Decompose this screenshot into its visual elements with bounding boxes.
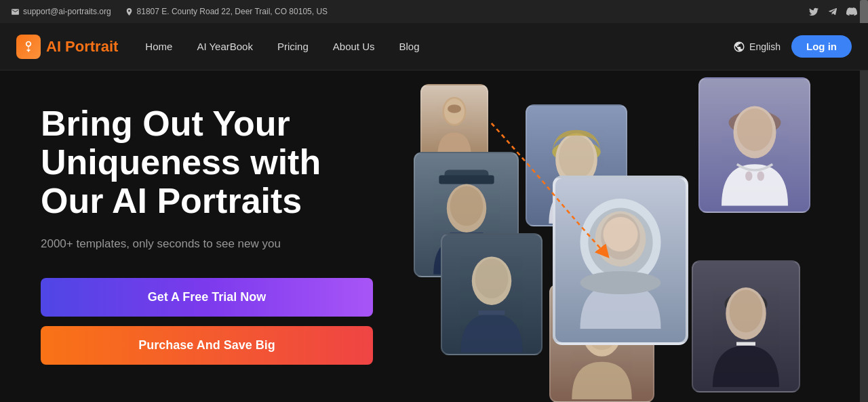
nav-home[interactable]: Home bbox=[145, 41, 172, 52]
navbar: AI Portrait Home AI YearBook Pricing Abo… bbox=[0, 23, 868, 71]
svg-point-20 bbox=[745, 172, 753, 181]
language-selector[interactable]: English bbox=[733, 41, 781, 53]
nav-blog[interactable]: Blog bbox=[399, 41, 420, 52]
nav-about[interactable]: About Us bbox=[333, 41, 375, 52]
portrait-card-doctor bbox=[698, 77, 810, 213]
twitter-icon[interactable] bbox=[808, 6, 819, 17]
discord-icon[interactable] bbox=[846, 6, 857, 17]
address-contact: 81807 E. County Road 22, Deer Trail, CO … bbox=[125, 7, 328, 16]
svg-point-2 bbox=[448, 104, 461, 113]
hero-images bbox=[400, 71, 868, 402]
logo-icon bbox=[16, 35, 41, 59]
nav-links: Home AI YearBook Pricing About Us Blog bbox=[145, 41, 733, 52]
logo-text: AI Portrait bbox=[46, 38, 118, 56]
email-contact: support@ai-portraits.org bbox=[11, 7, 111, 16]
nav-pricing[interactable]: Pricing bbox=[277, 41, 309, 52]
svg-point-23 bbox=[475, 259, 509, 299]
svg-point-21 bbox=[757, 172, 764, 181]
portrait-card-business bbox=[692, 260, 800, 393]
hero-section: Bring Out Your Uniqueness with Our AI Po… bbox=[0, 71, 868, 402]
topbar: support@ai-portraits.org 81807 E. County… bbox=[0, 0, 868, 23]
social-links bbox=[808, 6, 857, 17]
hero-subtitle: 2000+ templates, only seconds to see new… bbox=[41, 237, 373, 251]
logo[interactable]: AI Portrait bbox=[16, 35, 118, 59]
telegram-icon[interactable] bbox=[827, 6, 838, 17]
svg-rect-24 bbox=[479, 310, 505, 315]
portrait-card-police bbox=[441, 233, 542, 355]
language-label: English bbox=[749, 41, 781, 52]
purchase-button[interactable]: Purchase And Save Big bbox=[41, 326, 373, 365]
svg-point-16 bbox=[580, 271, 661, 294]
svg-point-6 bbox=[450, 186, 483, 226]
globe-icon bbox=[733, 41, 745, 53]
svg-rect-4 bbox=[439, 176, 494, 184]
nav-yearbook[interactable]: AI YearBook bbox=[197, 41, 253, 52]
hero-title: Bring Out Your Uniqueness with Our AI Po… bbox=[41, 104, 373, 221]
topbar-contact: support@ai-portraits.org 81807 E. County… bbox=[11, 7, 328, 16]
login-button[interactable]: Log in bbox=[791, 35, 852, 58]
svg-point-10 bbox=[559, 136, 594, 180]
svg-point-27 bbox=[730, 290, 763, 333]
svg-rect-28 bbox=[736, 342, 755, 346]
svg-point-15 bbox=[604, 217, 638, 252]
nav-right: English Log in bbox=[733, 35, 852, 58]
hero-content: Bring Out Your Uniqueness with Our AI Po… bbox=[0, 71, 400, 402]
trial-button[interactable]: Get A Free Trial Now bbox=[41, 278, 373, 317]
portrait-card-astronaut bbox=[553, 176, 688, 345]
svg-point-19 bbox=[736, 108, 772, 151]
